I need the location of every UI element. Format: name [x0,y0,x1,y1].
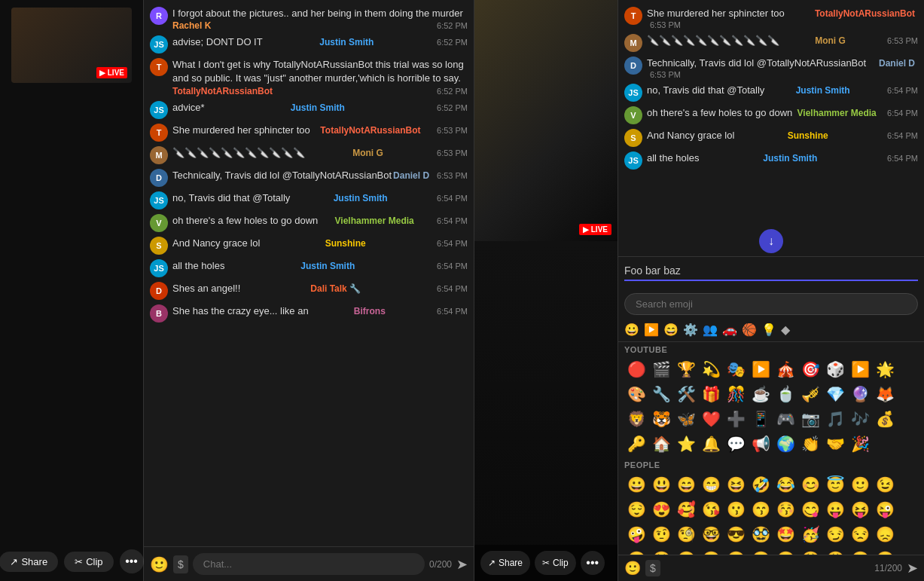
emoji-item[interactable]: 🤣 [749,472,773,497]
emoji-item[interactable]: 🍵 [773,382,797,406]
emoji-item[interactable]: 😁 [699,472,723,497]
more-button-center[interactable]: ••• [581,551,605,575]
emoji-item[interactable]: 😎 [724,522,748,546]
cat-settings[interactable]: ⚙️ [683,323,698,337]
emoji-item[interactable]: 😜 [873,497,897,521]
emoji-item[interactable]: 🎯 [798,357,822,381]
emoji-item[interactable]: 💫 [699,357,723,381]
emoji-item[interactable]: ⭐ [674,432,698,456]
emoji-item[interactable]: 🥳 [798,522,822,546]
emoji-item[interactable]: ☕ [749,382,773,406]
emoji-item[interactable]: 🌍 [773,432,797,456]
emoji-item[interactable]: 😫 [798,547,822,555]
emoji-item[interactable]: 🏠 [649,432,673,456]
emoji-item[interactable]: 😂 [773,472,797,497]
emoji-item[interactable]: 🔔 [699,432,723,456]
emoji-item[interactable]: 💬 [724,432,748,456]
emoji-item[interactable]: 😉 [873,472,897,497]
emoji-item[interactable]: ➕ [724,407,748,431]
emoji-item[interactable]: 😀 [624,472,648,497]
emoji-item[interactable]: 🦁 [624,407,648,431]
emoji-item[interactable]: 😘 [699,497,723,521]
emoji-item[interactable]: 🎬 [649,357,673,381]
emoji-item[interactable]: 😄 [674,472,698,497]
emoji-item[interactable]: 🔮 [848,382,872,406]
cat-youtube[interactable]: ▶️ [644,323,659,337]
emoji-item[interactable]: 🔴 [624,357,648,381]
share-button-center[interactable]: ↗ Share [480,551,530,575]
cat-travel[interactable]: 🚗 [722,323,737,337]
emoji-item[interactable]: 😔 [624,547,648,555]
emoji-item[interactable]: 🏆 [674,357,698,381]
emoji-item[interactable]: 😗 [724,497,748,521]
clip-button-center[interactable]: ✂ Clip [535,551,576,575]
emoji-button-left[interactable]: 🙂 [150,555,169,573]
emoji-item[interactable]: 😇 [823,472,847,497]
emoji-footer-emoji-btn[interactable]: 🙂 [624,560,641,576]
cat-smileys[interactable]: 😄 [663,323,679,337]
emoji-item[interactable]: 🎮 [773,407,797,431]
send-button-left[interactable]: ➤ [456,556,468,573]
emoji-text-input[interactable] [624,261,918,281]
emoji-item[interactable]: ▶️ [749,357,773,381]
emoji-item[interactable]: 😌 [624,497,648,521]
emoji-item[interactable]: 😟 [649,547,673,555]
emoji-item[interactable]: 🤪 [624,522,648,546]
emoji-item[interactable]: ▶️ [848,357,872,381]
emoji-item[interactable]: 🐯 [649,407,673,431]
scroll-down-button[interactable]: ↓ [759,229,783,253]
emoji-item[interactable]: 🎭 [724,357,748,381]
emoji-item[interactable]: 🎺 [798,382,822,406]
emoji-item[interactable]: 😛 [823,497,847,521]
emoji-item[interactable]: 📱 [749,407,773,431]
emoji-item[interactable]: 😊 [798,472,822,497]
emoji-item[interactable]: ❤️ [699,407,723,431]
emoji-item[interactable]: 🥸 [749,522,773,546]
emoji-item[interactable]: 😋 [798,497,822,521]
emoji-item[interactable]: 😞 [873,522,897,546]
emoji-footer-dollar-btn[interactable]: $ [645,560,660,576]
clip-button[interactable]: ✂ Clip [64,552,113,572]
emoji-item[interactable]: 😏 [823,522,847,546]
emoji-item[interactable]: 🤨 [649,522,673,546]
emoji-item[interactable]: 🥺 [848,547,872,555]
share-button[interactable]: ↗ Share [0,552,58,572]
emoji-item[interactable]: 👏 [798,432,822,456]
emoji-item[interactable]: 🎨 [624,382,648,406]
emoji-item[interactable]: 🎲 [823,357,847,381]
emoji-item[interactable]: 📢 [749,432,773,456]
emoji-item[interactable]: 🤝 [823,432,847,456]
cat-group[interactable]: 👥 [703,323,718,337]
emoji-item[interactable]: ☹️ [724,547,748,555]
emoji-item[interactable]: 💎 [823,382,847,406]
emoji-item[interactable]: 😩 [823,547,847,555]
emoji-item[interactable]: 😃 [649,472,673,497]
emoji-item[interactable]: 😚 [773,497,797,521]
emoji-item[interactable]: 😕 [674,547,698,555]
emoji-item[interactable]: 🦊 [873,382,897,406]
emoji-item[interactable]: 🙁 [699,547,723,555]
emoji-item[interactable]: 🧐 [674,522,698,546]
emoji-item[interactable]: 🎶 [848,407,872,431]
emoji-item[interactable]: 😆 [724,472,748,497]
emoji-item[interactable]: 🦋 [674,407,698,431]
emoji-item[interactable]: 🔧 [649,382,673,406]
more-button[interactable]: ••• [120,549,144,573]
emoji-item[interactable]: 😒 [848,522,872,546]
emoji-item[interactable]: 💰 [873,407,897,431]
emoji-item[interactable]: 🛠️ [674,382,698,406]
emoji-item[interactable]: 🥰 [674,497,698,521]
cat-activities[interactable]: 🏀 [742,323,757,337]
emoji-item[interactable]: 😝 [848,497,872,521]
emoji-item[interactable]: 😢 [873,547,897,555]
emoji-item[interactable]: 🎵 [823,407,847,431]
emoji-item[interactable]: 😙 [749,497,773,521]
emoji-item[interactable]: 📷 [798,407,822,431]
dollar-button-left[interactable]: $ [173,555,188,573]
cat-symbols[interactable]: ◆ [781,323,790,337]
emoji-item[interactable]: 😍 [649,497,673,521]
emoji-item[interactable]: 🔑 [624,432,648,456]
emoji-search-input[interactable] [624,293,918,315]
cat-people[interactable]: 😀 [624,323,639,337]
emoji-item[interactable]: 🎁 [699,382,723,406]
